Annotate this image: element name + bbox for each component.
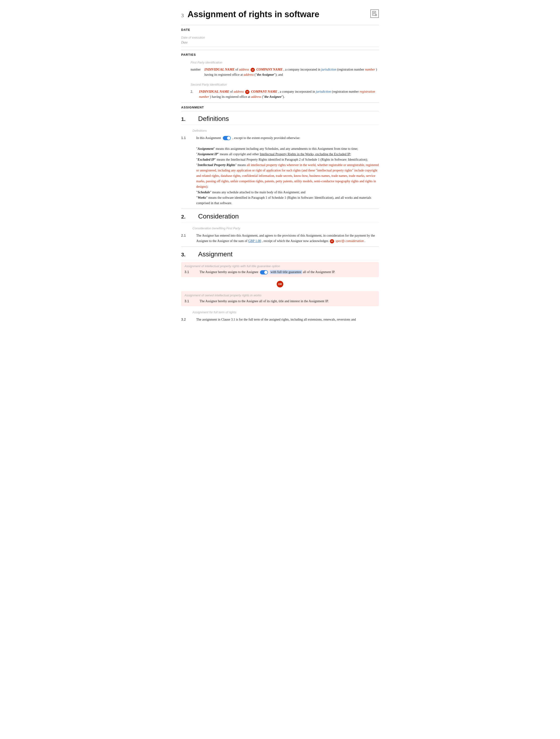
clause-2-body: Consideration benefiting First Party 2.1… bbox=[181, 224, 379, 244]
def-schedule: "Schedule" means any schedule attached t… bbox=[196, 190, 305, 194]
party1-having: having its registered office at bbox=[204, 73, 244, 77]
clause-1-num: 1. bbox=[181, 116, 192, 122]
clause-3-num: 3. bbox=[181, 252, 192, 258]
party2-close: ) bbox=[210, 95, 211, 99]
parties-section: PARTIES First Party identification numbe… bbox=[181, 50, 379, 100]
party1-company-name: COMPANY NAME bbox=[257, 68, 283, 71]
clause-1-title: Definitions bbox=[198, 115, 229, 123]
option-b-label: Assignment of owned intellectual propert… bbox=[184, 294, 376, 297]
party-1-item: number INDIVIDUAL NAME of address or COM… bbox=[190, 67, 379, 78]
sub-num-2-1: 2.1 bbox=[181, 233, 192, 244]
party1-reg-text: (registration number bbox=[337, 68, 365, 71]
clause-1-heading: 1. Definitions bbox=[181, 111, 379, 125]
definitions-label: Definitions bbox=[192, 127, 379, 133]
sub-clause-3-1a: 3.1 The Assignor hereby assigns to the A… bbox=[184, 269, 376, 275]
party-2-text: INDIVIDUAL NAME of address or COMPANY NA… bbox=[199, 89, 379, 100]
clause-1-body: Definitions 1.1 In this Assignment , exc… bbox=[181, 127, 379, 206]
party2-assignee: ("the Assignee"). bbox=[262, 95, 285, 99]
party1-address2: address bbox=[244, 73, 254, 77]
party2-address1: address bbox=[234, 90, 244, 93]
def-assignment-ip: "Assignment IP" means all copyright and … bbox=[196, 152, 351, 156]
consideration-period: . bbox=[365, 239, 366, 243]
party-1-number: number bbox=[190, 67, 201, 78]
first-party-label: First Party identification bbox=[190, 58, 379, 65]
clause-3-title: Assignment bbox=[198, 251, 233, 258]
second-party-label: Second Party identification bbox=[190, 81, 379, 87]
or-badge-large: OR bbox=[277, 281, 283, 287]
date-field-label: Date of execution bbox=[181, 33, 379, 40]
party-2-item: 2. INDIVIDUAL NAME of address or COMPANY… bbox=[190, 89, 379, 100]
party2-having: having its registered office at bbox=[212, 95, 251, 99]
or-badge-consideration: or bbox=[330, 239, 334, 244]
sub-num-3-2: 3.2 bbox=[181, 317, 192, 322]
party1-close: ) bbox=[376, 68, 377, 71]
page-title: Assignment of rights in software bbox=[187, 9, 319, 19]
sub-num-3-1b: 3.1 bbox=[184, 298, 196, 304]
party1-number: number bbox=[365, 68, 375, 71]
def-assignment: "Assignment" means this assignment inclu… bbox=[196, 147, 358, 151]
svg-rect-2 bbox=[373, 13, 375, 14]
assignment-section: ASSIGNMENT bbox=[181, 103, 379, 111]
party1-individual-name: INDIVIDUAL NAME bbox=[204, 68, 235, 71]
sub-clause-2-1: 2.1 The Assignor has entered into this A… bbox=[181, 233, 379, 244]
date-field-value[interactable]: Date bbox=[181, 40, 379, 47]
def-intro: In this Assignment bbox=[196, 136, 222, 140]
or-divider: OR bbox=[181, 279, 379, 289]
party-1-text: INDIVIDUAL NAME of address or COMPANY NA… bbox=[204, 67, 379, 78]
gbp-amount[interactable]: GBP 1.00 bbox=[248, 239, 261, 243]
sub-clause-3-2: 3.2 The assignment in Clause 3.1 is for … bbox=[181, 317, 379, 322]
clause-2-heading: 2. Consideration bbox=[181, 209, 379, 222]
party-2-number: 2. bbox=[190, 89, 195, 100]
clause-2-num: 2. bbox=[181, 214, 192, 220]
def-works: "Works" means the software identified in… bbox=[196, 196, 371, 205]
clause-3-body: Assignment of intellectual property righ… bbox=[181, 262, 379, 322]
clause-1-section: 1. Definitions Definitions 1.1 In this A… bbox=[181, 111, 379, 206]
clause3-text-after: all of the Assignment IP. bbox=[303, 270, 335, 274]
page-header: 3 Assignment of rights in software bbox=[181, 9, 379, 19]
option-c-label: Assignment for full term of rights bbox=[192, 308, 379, 315]
specify-consideration: specify consideration bbox=[335, 239, 364, 243]
party1-jurisdiction: jurisdiction bbox=[321, 68, 336, 71]
consideration-label: Consideration benefiting First Party bbox=[192, 224, 379, 231]
def-excluded-ip: "Excluded IP" means the Intellectual Pro… bbox=[196, 158, 368, 161]
sub-num-3-1a: 3.1 bbox=[184, 269, 196, 275]
option-a-label: Assignment of intellectual property righ… bbox=[184, 264, 376, 268]
party1-company-text: , a company incorporated in bbox=[284, 68, 321, 71]
svg-rect-3 bbox=[373, 14, 374, 14]
parties-section-header: PARTIES bbox=[181, 50, 379, 58]
assignment-label: ASSIGNMENT bbox=[181, 103, 379, 111]
or-badge-1: or bbox=[251, 68, 255, 72]
clause-2-title: Consideration bbox=[198, 212, 239, 220]
or-badge-2: or bbox=[245, 90, 249, 94]
sub-text-1-1: In this Assignment , except to the exten… bbox=[196, 135, 379, 206]
sub-text-3-1a: The Assignor hereby assigns to the Assig… bbox=[199, 269, 376, 275]
date-section-header: DATE bbox=[181, 25, 379, 33]
party2-company-name: COMPANY NAME bbox=[251, 90, 277, 93]
clause-2-section: 2. Consideration Consideration benefitin… bbox=[181, 208, 379, 244]
party2-address2: address bbox=[251, 95, 261, 99]
clause-3-option-a: Assignment of intellectual property righ… bbox=[181, 262, 379, 277]
party1-of: of bbox=[236, 68, 239, 71]
date-section: DATE Date of execution Date bbox=[181, 25, 379, 50]
doc-number: 3 bbox=[181, 12, 184, 19]
def-rest: , except to the extent expressly provide… bbox=[233, 136, 300, 140]
sub-text-3-2: The assignment in Clause 3.1 is for the … bbox=[196, 317, 379, 322]
party1-address1: address bbox=[239, 68, 249, 71]
toggle-full-title[interactable] bbox=[260, 270, 268, 275]
party2-jurisdiction: jurisdiction bbox=[316, 90, 331, 93]
clause-3-heading: 3. Assignment bbox=[181, 247, 379, 260]
sub-clause-3-1b: 3.1 The Assignor hereby assigns to the A… bbox=[184, 298, 376, 304]
def-ipr: "Intellectual Property Rights" means all… bbox=[196, 163, 379, 188]
full-title-label: with full title guarantee bbox=[270, 270, 302, 274]
party2-company-text: , a company incorporated in bbox=[278, 90, 316, 93]
sub-text-3-1b: The Assignor hereby assigns to the Assig… bbox=[199, 298, 376, 304]
doc-icon[interactable] bbox=[370, 9, 379, 18]
clause3-text-before: The Assignor hereby assigns to the Assig… bbox=[199, 270, 258, 274]
sub-clause-1-1: 1.1 In this Assignment , except to the e… bbox=[181, 135, 379, 206]
party1-assignor: ("the Assignor"); and bbox=[255, 73, 283, 77]
consideration-text-after: , receipt of which the Assignor now ackn… bbox=[262, 239, 328, 243]
clause-3-option-b: Assignment of owned intellectual propert… bbox=[181, 291, 379, 306]
toggle-definitions[interactable] bbox=[223, 136, 231, 140]
svg-rect-1 bbox=[373, 12, 375, 13]
sub-num-1-1: 1.1 bbox=[181, 135, 192, 206]
